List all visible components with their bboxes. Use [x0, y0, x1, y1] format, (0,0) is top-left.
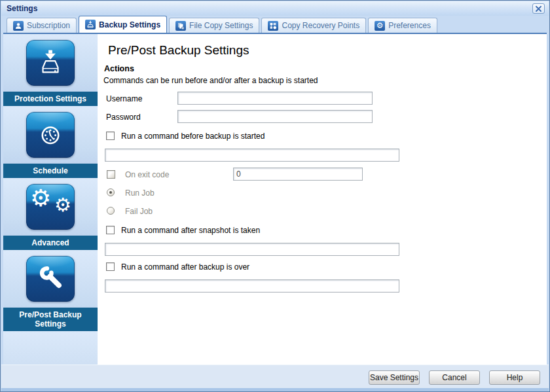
before-backup-checkbox-label: Run a command before backup is started [121, 132, 265, 141]
run-job-radio[interactable] [107, 188, 115, 196]
after-snapshot-command-input[interactable] [105, 243, 399, 256]
sidebar-label: Protection Settings [3, 92, 98, 106]
settings-window: Settings Subscription Backup Settings Fi… [0, 0, 550, 392]
wrench-icon [26, 256, 75, 302]
after-snapshot-checkbox[interactable] [106, 226, 115, 234]
tab-label: Backup Settings [99, 20, 160, 29]
on-exit-code-label: On exit code [125, 170, 169, 179]
tab-label: File Copy Settings [189, 21, 253, 30]
tile-wrap [3, 106, 98, 164]
section-title: Actions [104, 64, 134, 73]
on-exit-code-checkbox[interactable] [107, 170, 115, 179]
sidebar-label: Schedule [3, 164, 98, 178]
sidebar-label: Advanced [3, 236, 98, 250]
after-backup-checkbox[interactable] [106, 262, 115, 271]
fail-job-radio[interactable] [107, 207, 115, 215]
sidebar-label: Pre/Post Backup Settings [3, 308, 98, 331]
tab-backup-settings[interactable]: Backup Settings [79, 16, 167, 33]
after-snapshot-checkbox-label: Run a command after snapshot is taken [121, 226, 260, 235]
tab-label: Subscription [27, 21, 70, 30]
sidebar-item-pre-post-backup-settings[interactable]: Pre/Post Backup Settings [3, 250, 98, 331]
window-bottom-frame [1, 388, 549, 392]
tile-wrap [3, 34, 98, 92]
sidebar-item-advanced[interactable]: ⚙ ⚙ Advanced [3, 178, 98, 250]
clock-icon [26, 112, 75, 158]
sidebar: Protection Settings [3, 34, 98, 365]
tab-copy-recovery-points[interactable]: Copy Recovery Points [261, 18, 366, 33]
tab-preferences[interactable]: ⚙ Preferences [368, 18, 437, 33]
before-backup-command-input[interactable] [105, 149, 399, 162]
protection-drive-icon [26, 40, 75, 86]
dialog-body: Protection Settings [3, 34, 547, 365]
help-button[interactable]: Help [489, 370, 540, 385]
sidebar-item-schedule[interactable]: Schedule [3, 106, 98, 178]
password-input[interactable] [177, 110, 373, 123]
gears-icon: ⚙ ⚙ [26, 184, 75, 230]
close-icon [536, 3, 541, 14]
before-backup-checkbox[interactable] [106, 132, 115, 140]
window-title: Settings [7, 4, 37, 13]
close-button[interactable] [532, 3, 545, 14]
file-copy-icon [175, 21, 186, 31]
page-title: Pre/Post Backup Settings [108, 43, 249, 58]
after-backup-checkbox-label: Run a command after backup is over [121, 262, 249, 272]
tile-wrap [3, 250, 98, 308]
tile-wrap: ⚙ ⚙ [3, 178, 98, 236]
backup-drive-icon [85, 20, 96, 29]
gear-icon: ⚙ [375, 21, 385, 31]
fail-job-radio-label: Fail Job [125, 207, 153, 216]
cancel-button[interactable]: Cancel [429, 370, 480, 385]
recovery-points-icon [268, 21, 278, 31]
tab-subscription[interactable]: Subscription [7, 18, 77, 33]
footer-bar: Save Settings Cancel Help [1, 365, 549, 388]
user-icon [13, 21, 24, 31]
after-backup-command-input[interactable] [105, 279, 399, 293]
save-settings-button[interactable]: Save Settings [369, 370, 420, 385]
password-label: Password [106, 113, 141, 122]
sidebar-item-protection-settings[interactable]: Protection Settings [3, 34, 98, 106]
tab-bar: Subscription Backup Settings File Copy S… [3, 16, 547, 34]
main-content: Pre/Post Backup Settings Actions Command… [98, 34, 547, 365]
titlebar: Settings [1, 1, 549, 16]
tab-label: Copy Recovery Points [282, 21, 359, 30]
section-description: Commands can be run before and/or after … [103, 76, 318, 85]
username-input[interactable] [177, 92, 373, 105]
sidebar-filler [3, 331, 98, 365]
username-label: Username [106, 94, 142, 103]
tab-file-copy-settings[interactable]: File Copy Settings [169, 18, 259, 33]
run-job-radio-label: Run Job [125, 188, 155, 198]
tab-label: Preferences [388, 21, 431, 30]
exit-code-input[interactable] [233, 168, 363, 181]
